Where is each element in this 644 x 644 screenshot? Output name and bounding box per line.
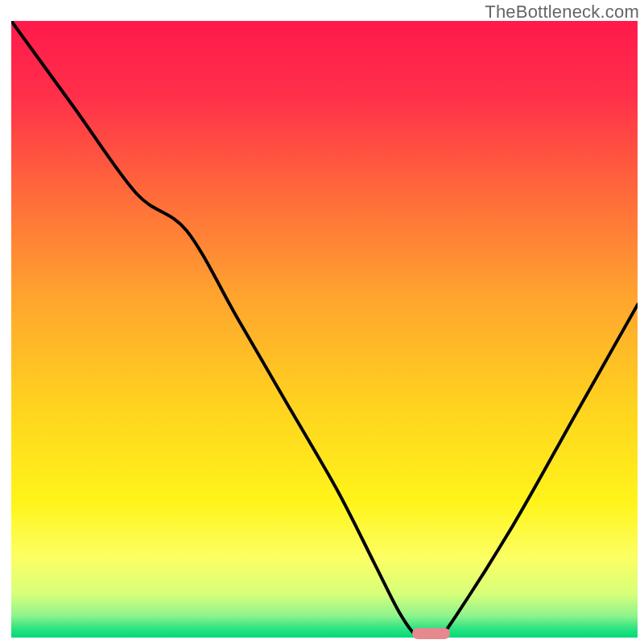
chart-background-gradient — [11, 21, 638, 638]
watermark-text: TheBottleneck.com — [485, 2, 639, 23]
bottleneck-chart-svg — [11, 21, 638, 638]
chart-surface — [11, 21, 638, 638]
chart-stage: TheBottleneck.com — [0, 0, 644, 644]
optimum-marker — [412, 628, 450, 639]
